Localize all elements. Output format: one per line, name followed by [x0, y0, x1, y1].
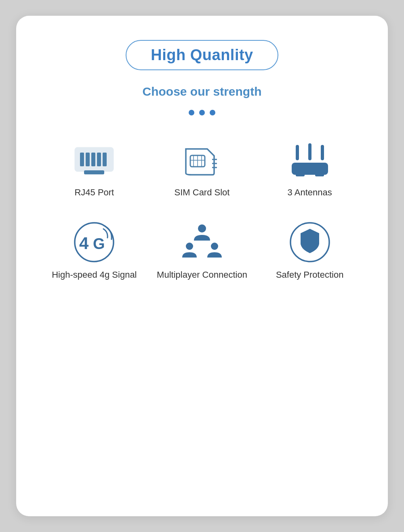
multiplayer-icon	[180, 222, 224, 262]
svg-rect-20	[315, 172, 324, 176]
svg-point-24	[198, 224, 206, 232]
svg-rect-15	[296, 145, 299, 160]
multiplayer-label: Multiplayer Connection	[157, 270, 247, 280]
dot-1	[189, 110, 194, 115]
sim-icon	[180, 142, 224, 178]
sim-label: SIM Card Slot	[175, 187, 230, 198]
svg-point-25	[186, 243, 193, 250]
svg-rect-1	[80, 153, 84, 166]
svg-text:4: 4	[79, 234, 89, 253]
antenna-icon-wrap	[286, 140, 334, 180]
rj45-icon	[72, 143, 116, 177]
svg-rect-19	[296, 172, 305, 176]
4g-label: High-speed 4g Signal	[52, 270, 137, 280]
card: High Quanlity Choose our strength	[16, 16, 388, 516]
svg-rect-2	[86, 153, 90, 166]
rj45-icon-wrap	[70, 140, 118, 180]
rj45-label: RJ45 Port	[74, 187, 114, 198]
feature-multiplayer: Multiplayer Connection	[152, 222, 252, 280]
feature-antennas: 3 Antennas	[260, 140, 360, 198]
4g-icon-wrap: 4 G	[70, 222, 118, 262]
dot-2	[199, 110, 205, 115]
shield-safety-icon	[288, 220, 332, 264]
svg-rect-17	[321, 145, 324, 160]
features-grid: RJ45 Port SIM	[32, 140, 372, 280]
svg-rect-3	[91, 153, 95, 166]
subtitle: Choose our strength	[142, 85, 261, 98]
feature-safety: Safety Protection	[260, 222, 360, 280]
svg-rect-4	[97, 153, 101, 166]
svg-rect-16	[308, 143, 311, 160]
dot-3	[210, 110, 215, 115]
antennas-label: 3 Antennas	[288, 187, 332, 198]
feature-sim: SIM Card Slot	[152, 140, 252, 198]
sim-icon-wrap	[178, 140, 226, 180]
feature-rj45: RJ45 Port	[44, 140, 144, 198]
svg-rect-6	[84, 170, 104, 174]
svg-point-26	[211, 243, 218, 250]
dots-indicator	[189, 110, 215, 115]
svg-rect-5	[103, 153, 107, 166]
safety-icon-wrap	[286, 222, 334, 262]
multiplayer-icon-wrap	[178, 222, 226, 262]
safety-label: Safety Protection	[276, 270, 344, 280]
badge: High Quanlity	[126, 40, 278, 70]
4g-signal-icon: 4 G	[72, 220, 116, 264]
antenna-icon	[288, 142, 332, 178]
feature-4g: 4 G High-speed 4g Signal	[44, 222, 144, 280]
badge-text: High Quanlity	[151, 46, 253, 63]
svg-text:G: G	[93, 235, 105, 252]
